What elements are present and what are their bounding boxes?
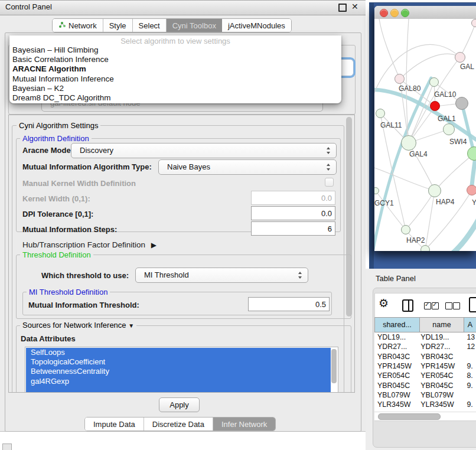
tab-network-label: Network (69, 21, 97, 30)
control-panel-window: Control Panel ✕ Network Style (0, 0, 366, 432)
mi-threshold-field[interactable] (248, 297, 330, 311)
table-row[interactable]: YER054C YER054C 8. (374, 371, 476, 380)
dropdown-item[interactable]: Basic Correlation Inference (12, 55, 338, 64)
tab-network[interactable]: Network (53, 19, 103, 32)
network-window-titlebar[interactable] (374, 6, 476, 19)
close-icon[interactable]: ✕ (351, 2, 358, 11)
select-all-checkbox-icon[interactable] (432, 302, 439, 309)
network-node[interactable] (395, 74, 405, 84)
column-header[interactable]: name (419, 317, 464, 332)
network-node[interactable] (467, 185, 476, 195)
table-row[interactable]: YBR045C YBR045C 9. (374, 380, 476, 390)
network-node[interactable] (428, 184, 441, 197)
network-node[interactable] (401, 225, 410, 234)
dropdown-item[interactable]: Bayesian – K2 (12, 84, 338, 93)
select-all-checkbox-icon[interactable] (424, 302, 431, 309)
control-panel-title: Control Panel (5, 2, 52, 11)
chevron-updown-icon (298, 271, 302, 279)
deselect-all-checkbox-icon[interactable] (445, 302, 452, 309)
settings-scrollpane: Cyni Algorithm Settings Algorithm Defini… (8, 115, 355, 393)
dropdown-item[interactable]: Bayesian – Hill Climbing (12, 45, 338, 55)
tab-infer-network[interactable]: Infer Network (213, 418, 275, 431)
column-header[interactable]: shared... (374, 317, 419, 332)
mi-steps-field[interactable] (251, 221, 335, 236)
column-header[interactable]: A (464, 317, 476, 332)
dropdown-item[interactable]: Mutual Information Inference (12, 74, 338, 84)
cell: 13 (464, 333, 476, 341)
mi-type-combo[interactable]: Naive Bayes (158, 159, 337, 175)
list-item[interactable]: TopologicalCoefficient (26, 357, 331, 367)
list-item[interactable]: BetweennessCentrality (26, 367, 331, 376)
hub-definition-toggle[interactable]: Hub/Transcription Factor Definition ▶ (22, 240, 157, 249)
chevron-updown-icon (327, 146, 331, 155)
float-window-icon[interactable] (338, 4, 347, 12)
dropdown-placeholder: Select algorithm to view settings (9, 37, 341, 45)
table-header-row: shared... name A (374, 317, 476, 332)
gear-icon[interactable]: ⚙ (379, 296, 389, 310)
close-traffic-light-icon[interactable] (380, 9, 388, 17)
tab-jactivemnodules-label: jActiveMNodules (228, 21, 285, 30)
scrollbar-thumb[interactable] (378, 413, 441, 420)
mi-steps-label: Mutual Information Steps: (22, 225, 117, 234)
tab-style-label: Style (109, 21, 126, 30)
list-item[interactable]: SelfLoops (26, 348, 331, 357)
tab-impute-data[interactable]: Impute Data (85, 418, 144, 431)
algorithm-dropdown-popup: Select algorithm to view settings Bayesi… (9, 35, 341, 103)
table-panel-title: Table Panel (376, 274, 416, 283)
deselect-all-checkbox-icon[interactable] (453, 302, 460, 309)
cell: YBR045C (374, 381, 419, 390)
data-attributes-list: SelfLoops TopologicalCoefficient Between… (25, 347, 338, 393)
tab-style[interactable]: Style (103, 19, 133, 32)
table-row[interactable]: YLR345W YLR345W 9. (374, 400, 476, 409)
network-node-selected[interactable] (430, 101, 440, 111)
cell: YLR345W (419, 400, 464, 409)
apply-button[interactable]: Apply (159, 397, 200, 412)
which-threshold-combo[interactable]: MI Threshold (135, 268, 308, 283)
cell: 9. (464, 400, 476, 409)
cell: YBL079W (419, 391, 464, 399)
minimize-traffic-light-icon[interactable] (390, 9, 399, 17)
network-node[interactable] (429, 77, 439, 87)
node-label: GAL (460, 63, 474, 71)
kernel-width-field (251, 191, 335, 205)
table-row[interactable]: YBL079W YBL079W (374, 390, 476, 400)
network-node[interactable] (455, 97, 468, 110)
table-row[interactable]: YDR27... YDR27... 12 (374, 342, 476, 351)
dropdown-item[interactable]: Dream8 DC_TDC Algorithm (12, 93, 338, 103)
table-row[interactable]: YBR043C YBR043C (374, 352, 476, 361)
dpi-tolerance-field[interactable] (251, 206, 335, 220)
aracne-mode-value: Discovery (80, 146, 113, 155)
kernel-width-label: Kernel Width (0,1): (22, 194, 90, 203)
table-row[interactable]: YDL19... YDL19... 13 (374, 332, 476, 342)
aracne-mode-combo[interactable]: Discovery (71, 143, 337, 158)
node-label: GAL80 (399, 84, 420, 93)
table-row[interactable]: YPR145W YPR145W 9. (374, 361, 476, 371)
network-node[interactable] (443, 123, 455, 135)
network-node[interactable] (471, 19, 476, 27)
show-columns-icon[interactable] (402, 299, 413, 312)
list-item[interactable]: gal4RGexp (26, 377, 331, 386)
table-horizontal-scrollbar[interactable] (374, 412, 476, 420)
sources-toggle[interactable]: Sources for Network Inference ▼ (20, 321, 136, 330)
network-node[interactable] (420, 245, 430, 251)
network-node[interactable] (401, 135, 416, 151)
table-function-icon[interactable] (469, 297, 476, 312)
cell: YDR27... (374, 343, 419, 351)
tab-cyni-toolbox[interactable]: Cyni Toolbox (167, 19, 222, 32)
tab-select[interactable]: Select (133, 19, 167, 32)
tab-jactivemnodules[interactable]: jActiveMNodules (222, 19, 291, 32)
attributes-selection: SelfLoops TopologicalCoefficient Between… (26, 348, 331, 392)
network-node[interactable] (376, 109, 385, 118)
control-panel-titlebar (0, 0, 366, 15)
tab-infer-network-label: Infer Network (221, 420, 267, 429)
cell: YBR043C (419, 353, 464, 361)
network-node[interactable] (455, 52, 465, 63)
node-label: SWI4 (449, 138, 467, 146)
bottom-tabbar: Impute Data Discretize Data Infer Networ… (84, 417, 276, 431)
zoom-traffic-light-icon[interactable] (401, 9, 409, 17)
network-canvas[interactable]: GAL GAL80 GAL10 GAL1 GAL11 SWI4 GAL4 GCY… (374, 19, 476, 251)
dropdown-item-selected[interactable]: ARACNE Algorithm (12, 64, 338, 74)
list-scrollbar[interactable] (331, 349, 337, 383)
cell: YBR045C (419, 381, 464, 390)
tab-discretize-data[interactable]: Discretize Data (144, 418, 213, 431)
